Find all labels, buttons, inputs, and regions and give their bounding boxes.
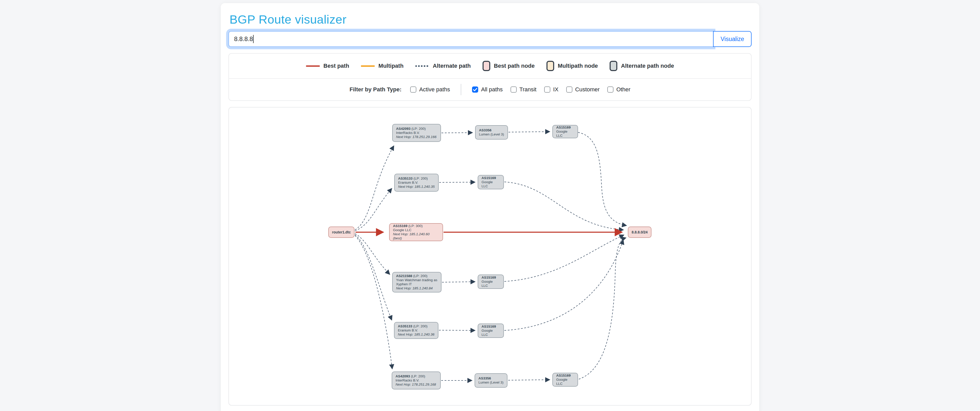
edge-r4a-r4b <box>442 282 475 282</box>
edge-router-r2a <box>355 189 392 231</box>
checkbox-ix[interactable] <box>544 86 550 93</box>
edge-r5b-dest <box>504 240 623 330</box>
graph-node-as15169-4[interactable]: AS15169 Google LLC <box>478 275 504 289</box>
legend-row: Best path Multipath Alternate path Best … <box>229 54 751 79</box>
legend-item-best-path: Best path <box>306 63 349 69</box>
alternate-path-line-swatch <box>415 65 429 67</box>
legend-item-alternate-path: Alternate path <box>415 63 471 69</box>
checkbox-customer[interactable] <box>566 86 573 93</box>
filter-title: Filter by Path Type: <box>350 86 402 93</box>
checkbox-transit[interactable] <box>511 86 517 93</box>
edge-r5a-r5b <box>439 330 475 330</box>
legend-item-multipath: Multipath <box>361 63 404 69</box>
text-caret <box>253 35 254 43</box>
checkbox-all-paths[interactable] <box>472 86 478 93</box>
filter-option-ix[interactable]: IX <box>544 86 558 93</box>
checkbox-active-paths[interactable] <box>410 86 416 93</box>
filter-option-transit[interactable]: Transit <box>511 86 536 93</box>
graph-node-as42093-top[interactable]: AS42093 (LP: 200) InterRacks B.V. Next H… <box>392 124 441 142</box>
filter-row: Filter by Path Type: Active paths All pa… <box>229 79 751 100</box>
edge-router-r1a <box>355 146 394 230</box>
multipath-line-swatch <box>361 65 375 67</box>
check-icon <box>473 88 477 91</box>
filter-option-customer[interactable]: Customer <box>566 86 600 93</box>
edge-router-r4a <box>355 233 390 274</box>
graph-node-as35133-5[interactable]: AS35133 (LP: 200) Eranium B.V. Next Hop:… <box>394 322 438 339</box>
app-card: BGP Route visualizer Visualize Best path… <box>221 3 759 411</box>
legend-item-multipath-node: Multipath node <box>546 61 598 71</box>
edge-r1a-r1b <box>441 133 472 133</box>
edge-r2a-r2b <box>439 182 475 182</box>
edge-r6b-r6c <box>508 380 550 380</box>
edge-r6c-dest <box>579 238 626 379</box>
legend-panel: Best path Multipath Alternate path Best … <box>228 53 752 101</box>
graph-node-as15169-bottom[interactable]: AS15169 Google LLC <box>552 373 578 387</box>
best-path-line-swatch <box>306 65 320 67</box>
graph-edges <box>229 108 751 405</box>
checkbox-other[interactable] <box>607 86 614 93</box>
graph-node-as42093-bottom[interactable]: AS42093 (LP: 200) InterRacks B.V. Next H… <box>392 371 441 389</box>
prefix-input[interactable] <box>228 31 713 47</box>
legend-item-alternate-path-node: Alternate path node <box>609 61 674 71</box>
filter-divider <box>461 84 461 95</box>
edge-router-r6a <box>355 235 392 369</box>
graph-node-as15169-2[interactable]: AS15169 Google LLC <box>478 175 504 189</box>
multipath-node-swatch <box>546 61 554 71</box>
bgp-graph-panel[interactable]: router1.dtc 8.8.8.0/24 AS42093 (LP: 200)… <box>228 107 752 406</box>
edge-r2b-dest <box>504 182 623 230</box>
best-path-node-swatch <box>482 61 490 71</box>
edge-r1c-dest <box>578 132 626 225</box>
edge-r1b-r1c <box>509 132 550 132</box>
graph-node-as15169-best[interactable]: AS15169 (LP: 300) Google LLC Next Hop: 1… <box>389 223 443 241</box>
filter-option-all-paths[interactable]: All paths <box>472 86 503 93</box>
graph-node-as211588[interactable]: AS211588 (LP: 200) Yvan Watchman trading… <box>392 272 441 292</box>
prefix-input-group: Visualize <box>228 31 752 47</box>
graph-node-as3356-top[interactable]: AS3356 Lumen (Level 3) <box>475 125 508 140</box>
graph-node-as15169-5[interactable]: AS15169 Google LLC <box>478 324 504 338</box>
graph-node-as3356-bottom[interactable]: AS3356 Lumen (Level 3) <box>475 373 508 388</box>
edge-r4b-dest <box>504 235 624 281</box>
graph-node-router1[interactable]: router1.dtc <box>328 227 355 238</box>
prefix-input-wrap <box>228 31 713 47</box>
legend-item-best-path-node: Best path node <box>482 61 535 71</box>
alternate-path-node-swatch <box>609 61 617 71</box>
graph-node-as35133-2[interactable]: AS35133 (LP: 200) Eranium B.V. Next Hop:… <box>394 174 439 192</box>
filter-option-other[interactable]: Other <box>607 86 630 93</box>
edge-router-r5a <box>355 235 392 320</box>
graph-node-as15169-top[interactable]: AS15169 Google LLC <box>552 125 578 138</box>
visualize-button[interactable]: Visualize <box>713 31 752 47</box>
filter-option-active-paths[interactable]: Active paths <box>410 86 450 93</box>
graph-node-prefix[interactable]: 8.8.8.0/24 <box>628 227 651 238</box>
page-title: BGP Route visualizer <box>229 12 751 27</box>
